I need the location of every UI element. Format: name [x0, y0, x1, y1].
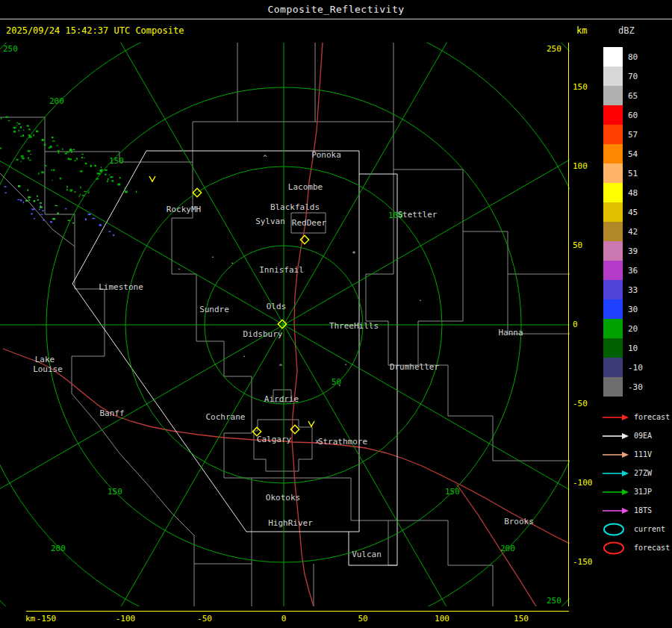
echo-pixel: [28, 196, 29, 199]
echo-pixel: [101, 167, 102, 168]
echo-pixel: [34, 200, 36, 202]
poi-marker: ^: [279, 363, 283, 370]
ring-distance-label: 200: [500, 544, 515, 553]
echo-pixel: [31, 213, 33, 214]
echo-pixel: [25, 200, 28, 202]
echo-pixel: [65, 153, 67, 155]
poi-marker: .: [230, 258, 234, 265]
colorbar-row: 48: [603, 183, 643, 202]
colorbar-swatch: [603, 66, 623, 86]
echo-pixel: [125, 187, 126, 189]
echo-pixel: [6, 116, 8, 118]
legend-arrow-icon: [601, 450, 629, 459]
city-label: HighRiver: [268, 518, 313, 528]
colorbar-swatch: [603, 164, 623, 183]
legend-label: 09EA: [634, 432, 652, 440]
echo-pixel: [37, 196, 38, 197]
right-axis-unit-label: km: [576, 25, 587, 36]
colorbar-value: 65: [628, 91, 638, 101]
echo-pixel: [57, 145, 58, 146]
ring-distance-label: 150: [109, 156, 124, 166]
city-label: Drumheller: [390, 362, 440, 372]
echo-pixel: [111, 180, 113, 181]
echo-pixel: [66, 189, 68, 191]
colorbar-swatch: [603, 299, 623, 319]
echo-pixel: [96, 178, 99, 180]
echo-pixel: [69, 149, 72, 150]
colorbar-row: 60: [603, 105, 643, 125]
echo-pixel: [125, 190, 128, 193]
legend-row: 09EA: [601, 426, 670, 445]
radar-map[interactable]: 25020015010050150200150200250250^..*..^.…: [0, 43, 570, 606]
legend-row: 31JP: [601, 482, 670, 501]
legend-arrow-icon: [601, 488, 629, 497]
echo-pixel: [78, 196, 80, 196]
legend-arrow-icon: [601, 413, 629, 422]
colorbar-value: 20: [628, 324, 638, 334]
colorbar-value: 10: [628, 343, 638, 353]
legend-label: 18TS: [634, 506, 652, 514]
echo-pixel: [80, 194, 81, 196]
echo-pixel: [50, 146, 52, 148]
echo-pixel: [20, 136, 22, 137]
city-label: Blackfalds: [270, 202, 320, 212]
colorbar-swatch: [603, 319, 623, 338]
colorbar-row: 80: [603, 47, 643, 66]
echo-pixel: [17, 199, 19, 200]
echo-pixel: [108, 231, 111, 231]
echo-pixel: [16, 127, 16, 128]
echo-pixel: [40, 205, 41, 207]
echo-pixel: [29, 136, 32, 138]
echo-pixel: [68, 220, 70, 221]
echo-pixel: [20, 199, 22, 201]
echo-pixel: [22, 134, 24, 137]
timestamp-label: 2025/09/24 15:42:37 UTC Composite: [6, 25, 184, 36]
colorbar-swatch: [603, 202, 623, 222]
echo-pixel: [1, 117, 2, 119]
bottom-axis-tick: 0: [281, 614, 287, 624]
colorbar-row: 57: [603, 125, 643, 144]
echo-pixel: [28, 157, 29, 159]
ring-distance-label: 150: [445, 487, 460, 497]
colorbar-row: 39: [603, 241, 643, 261]
bottom-axis-line: [26, 611, 569, 612]
echo-pixel: [136, 191, 137, 193]
bottom-axis-tick: 150: [514, 614, 529, 624]
legend-arrow-icon: [601, 506, 629, 515]
poi-marker: .: [177, 264, 181, 271]
city-label: Louise: [33, 364, 63, 374]
echo-pixel: [40, 206, 43, 208]
echo-pixel: [29, 160, 31, 161]
city-label: Banff: [99, 408, 124, 418]
echo-pixel: [16, 125, 18, 126]
echo-pixel: [16, 159, 19, 161]
echo-pixel: [33, 134, 34, 137]
echo-pixel: [28, 199, 30, 200]
echo-pixel: [40, 214, 43, 215]
colorbar-row: 42: [603, 222, 643, 241]
poi-marker: .: [337, 380, 341, 388]
colorbar-value: 60: [628, 111, 638, 120]
echo-pixel: [13, 131, 16, 133]
colorbar-value: 54: [628, 149, 638, 159]
city-label: Didsbury: [243, 329, 283, 339]
colorbar-swatch: [603, 222, 623, 241]
bottom-axis-tick: -150: [37, 614, 57, 624]
colorbar-row: 54: [603, 144, 643, 164]
colorbar-row: 33: [603, 280, 643, 299]
colorbar-swatch: [603, 261, 623, 280]
colorbar-row: 70: [603, 66, 643, 86]
echo-pixel: [88, 214, 91, 215]
bottom-axis-tick: -50: [197, 614, 212, 624]
echo-pixel: [105, 174, 107, 175]
colorbar-row: 20: [603, 319, 643, 338]
city-label: RedDeer: [292, 218, 327, 228]
legend-label: 111V: [634, 450, 652, 458]
echo-pixel: [18, 185, 20, 187]
poi-marker: .: [418, 295, 422, 302]
colorbar: 80706560575451484542393633302010-10-30: [603, 47, 643, 397]
echo-pixel: [41, 171, 43, 172]
echo-pixel: [52, 140, 55, 141]
title-separator: [0, 19, 672, 19]
city-label: Vulcan: [352, 550, 382, 559]
